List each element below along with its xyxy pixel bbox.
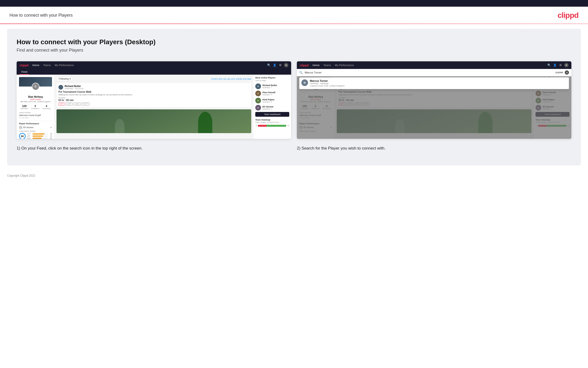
activity-name-1: Afternoon round of golf bbox=[19, 114, 52, 117]
tag-putt-1: PUTT bbox=[81, 102, 89, 106]
search-icon-2[interactable]: 🔍 bbox=[547, 63, 551, 67]
profile-stats-1: 129 Activities 3 Followers 4 Following bbox=[19, 105, 52, 110]
nav-teams-2[interactable]: Teams bbox=[324, 64, 331, 66]
app-center-panel-1: Following ▾ Control who can see your act… bbox=[55, 75, 253, 139]
footer: Copyright Clippd 2022 bbox=[0, 170, 588, 181]
act-title-1: Pre Tournament Course Walk bbox=[58, 91, 249, 93]
player-perf-title-1: Player Performance bbox=[19, 122, 52, 125]
act-duration-1: 02 hr : 00 min bbox=[58, 99, 249, 101]
latest-activity-label-1: Latest Activity bbox=[19, 111, 52, 114]
active-player-row-1-1: R Richard Butler Activities: 7 bbox=[255, 83, 289, 89]
search-icon-sm: 🔍 bbox=[299, 71, 303, 74]
search-result-item-1[interactable]: M Marcus Turner Yesterda · Handcap Cypre… bbox=[301, 79, 567, 87]
app-left-panel-1: B Blair McHarg Golf Coach Mill Ride Golf… bbox=[17, 75, 55, 139]
people-icon-1: 👤 bbox=[273, 63, 276, 67]
active-player-row-1-4: E Eli Vincent Activities: 1 bbox=[255, 105, 289, 110]
heatmap-bar-container-1 bbox=[258, 125, 286, 127]
stat-following-1: 4 Following bbox=[43, 105, 51, 110]
active-player-row-1-2: P Piers Parnell Activities: 4 bbox=[255, 91, 289, 96]
act-meta-1: Yesterday · The Grove bbox=[65, 87, 84, 90]
caption-step2: 2) Search for the Player you wish to con… bbox=[297, 146, 571, 151]
stat-followers-1: 3 Followers bbox=[31, 105, 39, 110]
feed-tab-btn-1[interactable]: Feed bbox=[19, 69, 29, 75]
profile-banner-1: B bbox=[19, 77, 52, 87]
header-divider bbox=[0, 24, 588, 24]
clippd-logo: clippd bbox=[558, 11, 579, 20]
quality-score-circle-1: 84 bbox=[19, 133, 26, 139]
clear-button[interactable]: CLEAR bbox=[555, 71, 563, 74]
nav-right-1: 🔍 👤 ⚙ B bbox=[267, 63, 288, 67]
heatmap-green-1 bbox=[266, 125, 286, 127]
ott-bar-1: OTT 79 bbox=[27, 133, 52, 135]
app-bar-1: APP 70 bbox=[27, 135, 52, 137]
player-avatar-1-1: R bbox=[255, 83, 261, 89]
settings-icon-2: ⚙ bbox=[559, 63, 562, 67]
footer-text: Copyright Clippd 2022 bbox=[7, 174, 35, 177]
search-result-dropdown: M Marcus Turner Yesterda · Handcap Cypre… bbox=[299, 77, 569, 89]
search-result-name-1: Marcus Turner bbox=[310, 79, 345, 82]
caption-step1: 1) On your Feed, click on the search ico… bbox=[17, 146, 291, 151]
search-icon-1[interactable]: 🔍 bbox=[267, 63, 271, 67]
nav-home-2[interactable]: Home bbox=[313, 64, 319, 66]
user-avatar-nav-1[interactable]: B bbox=[284, 63, 288, 67]
act-avatar-1 bbox=[58, 85, 63, 90]
player-select-1[interactable]: Eli Vincent ▼ bbox=[19, 126, 52, 129]
quality-bars-1: OTT 79 APP 70 ARG bbox=[27, 133, 52, 139]
heatmap-bar-row-1: -5 +5 bbox=[255, 125, 289, 127]
caption-text-2: 2) Search for the Player you wish to con… bbox=[297, 146, 571, 151]
act-desc-1: Walking the course with my coach to buil… bbox=[58, 94, 249, 96]
tag-app-1: APP bbox=[66, 102, 73, 106]
main-subheading: Find and connect with your Players bbox=[17, 48, 571, 53]
search-result-meta1-1: Yesterda · Handcap bbox=[310, 82, 345, 85]
quality-score-row-1: 84 OTT 79 APP 70 bbox=[19, 133, 52, 139]
caption-row: 1) On your Feed, click on the search ico… bbox=[17, 139, 571, 154]
nav-my-performance-2[interactable]: My Performance bbox=[335, 64, 354, 66]
search-bar: 🔍 Marcus Turner CLEAR ✕ bbox=[297, 69, 571, 76]
photo-overlay-1 bbox=[115, 119, 124, 133]
caption-text-1: 1) On your Feed, click on the search ico… bbox=[17, 146, 291, 151]
player-select-arrow-1: ▼ bbox=[50, 127, 52, 129]
search-overlay: 🔍 Marcus Turner CLEAR ✕ M Marcus Turner … bbox=[297, 69, 571, 90]
player-select-name-1: Eli Vincent bbox=[23, 126, 33, 129]
quality-label-1: Total Player Quality bbox=[19, 130, 52, 132]
golfer-photo-1 bbox=[57, 109, 251, 133]
screenshot-panel-1: clippd Home Teams My Performance 🔍 👤 ⚙ B… bbox=[17, 61, 291, 139]
activity-date-1: 27 Jul 2022 bbox=[19, 117, 52, 119]
close-search-button[interactable]: ✕ bbox=[565, 70, 569, 75]
act-tags-1: OTT APP ARG PUTT bbox=[58, 102, 249, 106]
top-bar bbox=[0, 0, 588, 7]
nav-logo-2: clippd bbox=[300, 64, 309, 67]
screenshots-container: clippd Home Teams My Performance 🔍 👤 ⚙ B… bbox=[17, 61, 571, 139]
page-title: How to connect with your Players bbox=[9, 13, 73, 18]
control-link-1[interactable]: Control who can see your activity and da… bbox=[211, 78, 251, 80]
stat-activities-1: 129 Activities bbox=[21, 105, 28, 110]
activity-card-1: Richard Butler Yesterday · The Grove Pre… bbox=[57, 83, 251, 107]
player-avatar-1-3: H bbox=[255, 98, 261, 103]
user-avatar-nav-2[interactable]: B bbox=[564, 63, 569, 67]
tag-arg-1: ARG bbox=[74, 102, 80, 106]
team-dashboard-btn-1[interactable]: Team Dashboard bbox=[255, 112, 289, 117]
app-right-panel-1: Most Active Players Last 30 days R Richa… bbox=[253, 75, 291, 139]
nav-home-1[interactable]: Home bbox=[32, 64, 39, 66]
following-btn-1[interactable]: Following ▾ bbox=[57, 77, 73, 81]
nav-teams-1[interactable]: Teams bbox=[43, 64, 51, 66]
settings-icon-1: ⚙ bbox=[278, 63, 282, 67]
app-body-1: B Blair McHarg Golf Coach Mill Ride Golf… bbox=[17, 75, 291, 139]
profile-role-1: Golf Coach bbox=[19, 98, 52, 101]
heatmap-pos-1: +5 bbox=[287, 125, 289, 127]
active-player-row-1-3: H Hiral Pujara Activities: 3 bbox=[255, 98, 289, 103]
heatmap-neg-1: -5 bbox=[255, 125, 257, 127]
nav-right-2: 🔍 👤 ⚙ B bbox=[547, 63, 569, 67]
profile-avatar-1: B bbox=[32, 83, 39, 90]
player-performance-section-1: Player Performance Eli Vincent ▼ Total P… bbox=[19, 121, 52, 139]
search-input-field[interactable]: Marcus Turner bbox=[305, 71, 553, 74]
act-name-1: Richard Butler bbox=[65, 85, 84, 87]
player-avatar-1-2: P bbox=[255, 91, 261, 96]
screenshot-panel-2: clippd Home Teams My Performance 🔍 👤 ⚙ B… bbox=[297, 61, 571, 139]
app-nav-2: clippd Home Teams My Performance 🔍 👤 ⚙ B bbox=[297, 61, 571, 69]
golfer-silhouette-1 bbox=[198, 112, 212, 133]
feed-tab-1: Feed bbox=[17, 69, 291, 75]
profile-club-1: Mill Ride Golf Club, United Kingdom bbox=[19, 101, 52, 103]
nav-my-performance-1[interactable]: My Performance bbox=[55, 64, 74, 66]
nav-logo-1: clippd bbox=[19, 64, 28, 67]
